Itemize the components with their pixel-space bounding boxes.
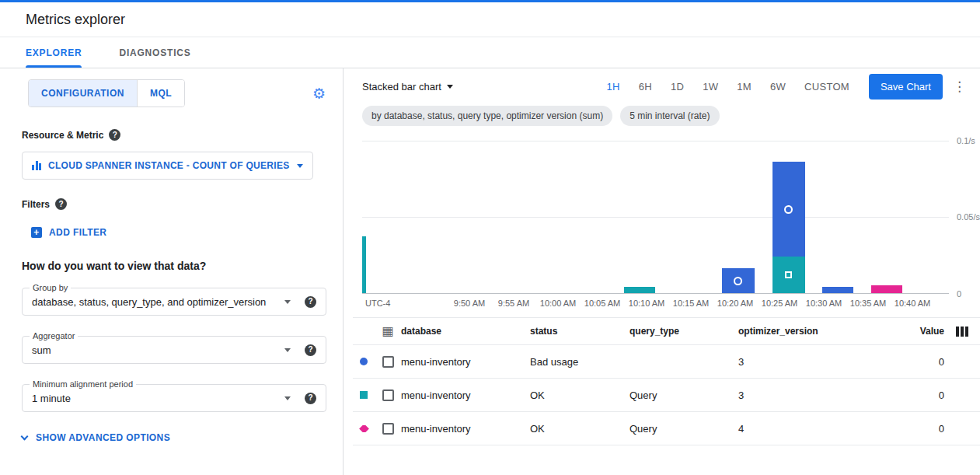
bar-segment[interactable] — [362, 236, 366, 293]
bar-marker-square — [785, 271, 792, 278]
column-header-status[interactable]: status — [530, 326, 630, 337]
column-header-value[interactable]: Value — [890, 326, 944, 337]
series-circle-marker-icon — [360, 358, 368, 365]
status-cell: OK — [530, 389, 630, 401]
gridline — [362, 217, 949, 218]
legend-rows: menu-inventoryBad usage30menu-inventoryO… — [353, 345, 980, 445]
chart-type-selector[interactable]: Stacked bar chart — [362, 81, 453, 93]
chart-chip[interactable]: 5 min interval (rate) — [620, 106, 719, 126]
x-tick-label: 10:25 AM — [762, 299, 797, 308]
group-by-select[interactable]: Group by database, status, query_type, a… — [22, 288, 326, 316]
app-header: Metrics explorer — [0, 2, 980, 37]
min-alignment-value: 1 minute — [32, 393, 278, 404]
min-alignment-help-icon[interactable]: ? — [305, 393, 316, 404]
chart-chip[interactable]: by database, status, query type, optimiz… — [362, 106, 612, 126]
bar-marker-circle — [784, 205, 793, 214]
aggregator-help-icon[interactable]: ? — [305, 344, 316, 356]
view-data-question: How do you want to view that data? — [22, 260, 327, 272]
chevron-down-icon[interactable] — [284, 396, 291, 400]
row-checkbox[interactable] — [382, 356, 394, 368]
chart-chips: by database, status, query type, optimiz… — [353, 104, 980, 132]
bar-segment[interactable] — [772, 162, 805, 257]
chart-bar[interactable] — [772, 162, 805, 293]
range-button-6w[interactable]: 6W — [763, 76, 793, 97]
select-all-grid-icon[interactable]: ▦ — [382, 325, 393, 337]
x-tick-label: 10:30 AM — [806, 299, 842, 308]
bar-segment[interactable] — [822, 287, 853, 293]
resource-metric-help-icon[interactable]: ? — [109, 129, 120, 141]
chevron-down-icon[interactable] — [284, 300, 291, 304]
x-tick-label: 9:50 AM — [454, 299, 485, 308]
aggregator-value: sum — [32, 344, 278, 356]
bar-segment[interactable] — [772, 257, 805, 293]
settings-gear-icon[interactable]: ⚙ — [312, 86, 326, 101]
resource-metric-label: Resource & Metric — [22, 130, 103, 141]
range-button-1w[interactable]: 1W — [696, 76, 725, 97]
column-settings-icon[interactable] — [956, 327, 968, 337]
config-mode-row: CONFIGURATION MQL ⚙ — [22, 79, 327, 107]
resource-metric-label-row: Resource & Metric ? — [22, 129, 327, 141]
range-button-1d[interactable]: 1D — [664, 76, 691, 97]
tab-diagnostics[interactable]: DIAGNOSTICS — [119, 37, 190, 68]
chart-bar[interactable] — [624, 287, 655, 293]
column-header-optimizer-version[interactable]: optimizer_version — [738, 326, 890, 337]
chevron-down-icon — [297, 164, 303, 168]
column-header-database[interactable]: database — [401, 326, 530, 337]
status-cell: OK — [530, 423, 630, 435]
chart-panel: Stacked bar chart 1H6H1D1W1M6WCUSTOM Sav… — [344, 68, 980, 475]
tab-explorer[interactable]: EXPLORER — [26, 37, 82, 68]
chart-container: 0.1/s0.05/s0 UTC-49:50 AM9:55 AM10:00 AM… — [362, 137, 980, 313]
range-button-1h[interactable]: 1H — [600, 76, 627, 97]
configuration-tab-button[interactable]: CONFIGURATION — [29, 80, 137, 107]
legend-table-row[interactable]: menu-inventoryOKQuery30 — [353, 379, 980, 412]
save-chart-button[interactable]: Save Chart — [869, 74, 943, 100]
range-button-1m[interactable]: 1M — [730, 76, 759, 97]
chart-bar[interactable] — [722, 268, 755, 293]
optimizer-version-cell: 3 — [738, 389, 890, 401]
x-tick-label: 10:10 AM — [629, 299, 664, 308]
chevron-down-icon — [21, 432, 29, 440]
chart-bar[interactable] — [822, 287, 853, 293]
bar-segment[interactable] — [871, 285, 902, 293]
legend-table-header: ▦ database status query_type optimizer_v… — [353, 317, 980, 345]
min-alignment-select[interactable]: Minimum alignment period 1 minute ? — [22, 384, 326, 412]
chart-bar[interactable] — [362, 236, 366, 293]
group-by-help-icon[interactable]: ? — [305, 296, 316, 308]
column-header-query-type[interactable]: query_type — [630, 326, 738, 337]
aggregator-select[interactable]: Aggregator sum ? — [22, 336, 326, 364]
filters-help-icon[interactable]: ? — [55, 198, 67, 210]
x-tick-label: 9:55 AM — [498, 299, 529, 308]
add-box-icon: + — [31, 227, 42, 238]
series-square-marker-icon — [360, 391, 368, 399]
group-by-label: Group by — [30, 283, 71, 292]
status-cell: Bad usage — [530, 356, 630, 368]
bar-segment[interactable] — [624, 287, 655, 293]
chart-bar[interactable] — [871, 285, 902, 293]
group-by-value: database, status, query_type, and optimi… — [32, 296, 278, 308]
mql-tab-button[interactable]: MQL — [137, 80, 184, 107]
row-checkbox[interactable] — [382, 389, 394, 401]
x-tick-label: 10:15 AM — [673, 299, 709, 308]
add-filter-button[interactable]: + ADD FILTER — [31, 227, 327, 238]
database-cell: menu-inventory — [401, 423, 530, 435]
value-cell: 0 — [890, 356, 944, 368]
x-tick-label: 10:05 AM — [584, 299, 620, 308]
metric-selector-button[interactable]: CLOUD SPANNER INSTANCE - COUNT OF QUERIE… — [22, 152, 313, 180]
chevron-down-icon[interactable] — [284, 348, 291, 352]
show-advanced-options-button[interactable]: SHOW ADVANCED OPTIONS — [22, 432, 327, 443]
chart-toolbar: Stacked bar chart 1H6H1D1W1M6WCUSTOM Sav… — [353, 68, 980, 104]
bar-segment[interactable] — [722, 268, 755, 293]
range-button-6h[interactable]: 6H — [632, 76, 659, 97]
legend-table-row[interactable]: menu-inventoryOKQuery40 — [353, 412, 980, 445]
x-axis-labels: UTC-49:50 AM9:55 AM10:00 AM10:05 AM10:10… — [362, 299, 949, 311]
more-options-kebab-icon[interactable]: ⋮ — [953, 79, 966, 95]
range-buttons: 1H6H1D1W1M6WCUSTOM — [600, 76, 856, 97]
min-alignment-label: Minimum alignment period — [30, 379, 136, 389]
legend-table-row[interactable]: menu-inventoryBad usage30 — [353, 345, 980, 379]
range-button-custom[interactable]: CUSTOM — [797, 76, 856, 97]
metric-selector-label: CLOUD SPANNER INSTANCE - COUNT OF QUERIE… — [48, 160, 290, 171]
query-type-cell: Query — [630, 423, 738, 435]
optimizer-version-cell: 3 — [738, 356, 890, 368]
row-checkbox[interactable] — [382, 423, 394, 435]
chart-plot: 0.1/s0.05/s0 — [362, 141, 949, 294]
